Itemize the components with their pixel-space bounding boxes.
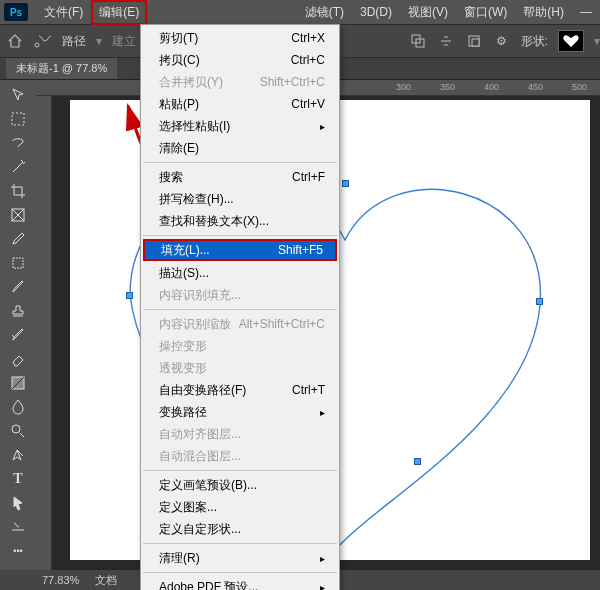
eraser-tool[interactable]: [5, 348, 31, 370]
menu-item-11[interactable]: 填充(L)...Shift+F5: [143, 239, 337, 261]
gear-icon[interactable]: ⚙: [493, 32, 511, 50]
menu-item-label: 自动对齐图层...: [159, 426, 241, 443]
menu-file[interactable]: 文件(F): [36, 0, 91, 25]
menu-edit[interactable]: 编辑(E): [91, 0, 147, 25]
menu-item-1[interactable]: 拷贝(C)Ctrl+C: [141, 49, 339, 71]
menubar: Ps 文件(F) 编辑(E) 滤镜(T) 3D(D) 视图(V) 窗口(W) 帮…: [0, 0, 600, 24]
menu-separator: [143, 572, 337, 573]
shape-label: 形状:: [521, 33, 548, 50]
pen-tool[interactable]: [5, 444, 31, 466]
shape-tool[interactable]: [5, 516, 31, 538]
menu-item-label: 拷贝(C): [159, 52, 200, 69]
menu-overflow[interactable]: —: [572, 1, 600, 23]
menu-item-4[interactable]: 选择性粘贴(I): [141, 115, 339, 137]
menu-item-24[interactable]: 定义图案...: [141, 496, 339, 518]
menu-item-9[interactable]: 查找和替换文本(X)...: [141, 210, 339, 232]
ruler-vertical: [36, 96, 52, 570]
type-tool[interactable]: T: [5, 468, 31, 490]
menu-item-label: 定义自定形状...: [159, 521, 241, 538]
menu-item-5[interactable]: 清除(E): [141, 137, 339, 159]
zoom-level[interactable]: 77.83%: [42, 574, 79, 586]
menu-item-25[interactable]: 定义自定形状...: [141, 518, 339, 540]
svg-rect-7: [13, 258, 23, 268]
app-logo: Ps: [4, 3, 28, 21]
menu-item-21: 自动混合图层...: [141, 445, 339, 467]
status-doc: 文档: [95, 573, 117, 588]
crop-tool[interactable]: [5, 180, 31, 202]
menu-item-accel: Ctrl+T: [292, 383, 325, 397]
menu-separator: [143, 470, 337, 471]
menu-filter[interactable]: 滤镜(T): [297, 0, 352, 25]
align-icon[interactable]: [437, 32, 455, 50]
arrange-icon[interactable]: [465, 32, 483, 50]
menu-item-label: 剪切(T): [159, 30, 198, 47]
svg-rect-5: [12, 113, 24, 125]
combine-icon[interactable]: [409, 32, 427, 50]
gradient-tool[interactable]: [5, 372, 31, 394]
menu-item-accel: Ctrl+F: [292, 170, 325, 184]
menu-item-accel: Shift+Ctrl+C: [260, 75, 325, 89]
menu-item-label: 搜索: [159, 169, 183, 186]
document-tab[interactable]: 未标题-1 @ 77.8%: [6, 58, 117, 79]
menu-item-0[interactable]: 剪切(T)Ctrl+X: [141, 27, 339, 49]
menu-separator: [143, 235, 337, 236]
menu-item-accel: Shift+F5: [278, 243, 323, 257]
menu-item-label: 清除(E): [159, 140, 199, 157]
lasso-tool[interactable]: [5, 132, 31, 154]
menu-item-16: 操控变形: [141, 335, 339, 357]
menu-view[interactable]: 视图(V): [400, 0, 456, 25]
path-select-tool[interactable]: [5, 492, 31, 514]
eyedropper-tool[interactable]: [5, 228, 31, 250]
menu-item-13: 内容识别填充...: [141, 284, 339, 306]
anchor-right[interactable]: [536, 298, 543, 305]
anchor-top[interactable]: [342, 180, 349, 187]
toolbar-more[interactable]: •••: [5, 540, 31, 562]
menu-item-20: 自动对齐图层...: [141, 423, 339, 445]
menu-item-label: 清理(R): [159, 550, 200, 567]
menu-item-7[interactable]: 搜索Ctrl+F: [141, 166, 339, 188]
menu-window[interactable]: 窗口(W): [456, 0, 515, 25]
shape-tool-icon[interactable]: [34, 32, 52, 50]
menu-item-label: 查找和替换文本(X)...: [159, 213, 269, 230]
heal-tool[interactable]: [5, 252, 31, 274]
wand-tool[interactable]: [5, 156, 31, 178]
dodge-tool[interactable]: [5, 420, 31, 442]
menu-3d[interactable]: 3D(D): [352, 1, 400, 23]
home-icon[interactable]: [6, 32, 24, 50]
menu-item-label: 合并拷贝(Y): [159, 74, 223, 91]
menu-item-23[interactable]: 定义画笔预设(B)...: [141, 474, 339, 496]
menu-item-27[interactable]: 清理(R): [141, 547, 339, 569]
anchor-left[interactable]: [126, 292, 133, 299]
menu-separator: [143, 309, 337, 310]
menu-item-8[interactable]: 拼写检查(H)...: [141, 188, 339, 210]
menu-item-label: Adobe PDF 预设...: [159, 579, 258, 591]
menu-item-29[interactable]: Adobe PDF 预设...: [141, 576, 339, 590]
path-mode-label[interactable]: 路径: [62, 33, 86, 50]
edit-menu-dropdown: 剪切(T)Ctrl+X拷贝(C)Ctrl+C合并拷贝(Y)Shift+Ctrl+…: [140, 24, 340, 590]
menu-item-12[interactable]: 描边(S)...: [141, 262, 339, 284]
shape-preview-heart[interactable]: [558, 30, 584, 52]
anchor-bottom-r[interactable]: [414, 458, 421, 465]
menu-item-label: 内容识别缩放: [159, 316, 231, 333]
menu-item-label: 拼写检查(H)...: [159, 191, 234, 208]
menu-item-18[interactable]: 自由变换路径(F)Ctrl+T: [141, 379, 339, 401]
menu-item-15: 内容识别缩放Alt+Shift+Ctrl+C: [141, 313, 339, 335]
make-label: 建立: [112, 33, 136, 50]
history-brush-tool[interactable]: [5, 324, 31, 346]
stamp-tool[interactable]: [5, 300, 31, 322]
menu-item-label: 定义画笔预设(B)...: [159, 477, 257, 494]
menu-item-label: 描边(S)...: [159, 265, 209, 282]
menu-item-19[interactable]: 变换路径: [141, 401, 339, 423]
menu-item-label: 定义图案...: [159, 499, 217, 516]
menu-item-label: 内容识别填充...: [159, 287, 241, 304]
menu-item-3[interactable]: 粘贴(P)Ctrl+V: [141, 93, 339, 115]
marquee-tool[interactable]: [5, 108, 31, 130]
blur-tool[interactable]: [5, 396, 31, 418]
menu-item-label: 选择性粘贴(I): [159, 118, 230, 135]
frame-tool[interactable]: [5, 204, 31, 226]
menu-item-accel: Ctrl+X: [291, 31, 325, 45]
menu-help[interactable]: 帮助(H): [515, 0, 572, 25]
brush-tool[interactable]: [5, 276, 31, 298]
menu-item-label: 操控变形: [159, 338, 207, 355]
move-tool[interactable]: [5, 84, 31, 106]
